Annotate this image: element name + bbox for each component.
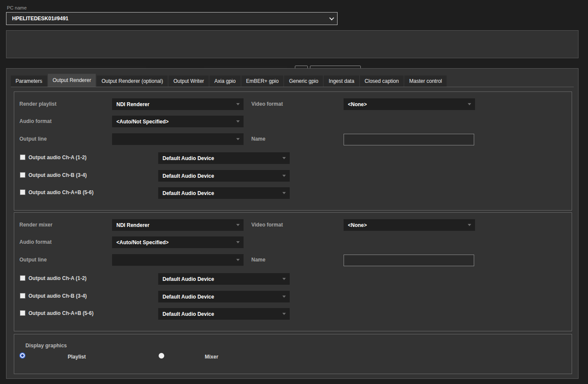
mixer-radio[interactable] — [159, 353, 164, 359]
output-audio-chab-label: Output audio Ch-A+B (5-6) — [28, 187, 94, 198]
output-audio-chb-checkbox[interactable] — [20, 172, 25, 178]
pc-name-value: HPELITEDESK01#9491 — [12, 16, 69, 22]
chevron-down-icon — [282, 278, 286, 280]
render-mixer-panel: Render mixer NDI Renderer Video format <… — [14, 212, 572, 331]
pc-name-label: PC name — [7, 5, 27, 10]
name-label: Name — [251, 133, 266, 145]
output-audio-chab-checkbox[interactable] — [20, 310, 25, 316]
tab-master-control[interactable]: Master control — [404, 76, 447, 87]
tab-output-renderer[interactable]: Output Renderer — [48, 74, 96, 87]
chevron-down-icon — [282, 157, 286, 159]
chevron-down-icon — [236, 259, 240, 261]
chevron-down-icon — [468, 224, 471, 226]
output-audio-cha-device-select[interactable]: Default Audio Device — [158, 152, 290, 164]
tab-parameters[interactable]: Parameters — [11, 76, 47, 87]
tab-output-writer[interactable]: Output Writer — [169, 76, 209, 87]
video-format-select[interactable]: <None> — [344, 219, 475, 231]
pc-name-select[interactable]: HPELITEDESK01#9491 — [6, 12, 338, 25]
name-input[interactable] — [344, 255, 474, 266]
output-audio-chab-device-select[interactable]: Default Audio Device — [158, 187, 290, 199]
output-line-select[interactable] — [112, 133, 244, 145]
output-audio-cha-label: Output audio Ch-A (1-2) — [28, 152, 87, 164]
chevron-down-icon — [236, 120, 240, 123]
chevron-down-icon — [236, 241, 240, 243]
output-audio-chb-label: Output audio Ch-B (3-4) — [28, 290, 87, 302]
render-mixer-select[interactable]: NDI Renderer — [112, 219, 244, 231]
chevron-down-icon — [282, 192, 286, 194]
name-label: Name — [251, 254, 266, 266]
render-playlist-select[interactable]: NDI Renderer — [112, 98, 244, 110]
display-graphics-label: Display graphics — [25, 343, 67, 349]
chevron-down-icon — [236, 103, 240, 105]
tab-strip: Parameters Output Renderer Output Render… — [11, 74, 574, 87]
video-format-label: Video format — [251, 219, 283, 231]
output-line-label: Output line — [19, 254, 47, 266]
output-audio-cha-device-select[interactable]: Default Audio Device — [158, 273, 290, 285]
output-audio-chab-device-select[interactable]: Default Audio Device — [158, 308, 290, 320]
audio-format-label: Audio format — [19, 236, 52, 248]
display-graphics-panel: Display graphics Playlist Mixer — [14, 334, 572, 374]
audio-format-select[interactable]: <Auto/Not Specified> — [112, 236, 244, 248]
chevron-down-icon — [282, 313, 286, 315]
name-input[interactable] — [344, 134, 474, 145]
output-audio-cha-label: Output audio Ch-A (1-2) — [28, 273, 87, 284]
output-line-select[interactable] — [112, 254, 244, 266]
tab-closed-caption[interactable]: Closed caption — [360, 76, 403, 87]
tab-output-renderer-optional[interactable]: Output Renderer (optional) — [97, 76, 168, 87]
audio-format-label: Audio format — [19, 116, 52, 127]
output-line-label: Output line — [19, 133, 47, 145]
audio-format-select[interactable]: <Auto/Not Specified> — [112, 116, 244, 127]
output-audio-chab-label: Output audio Ch-A+B (5-6) — [28, 308, 94, 319]
video-format-label: Video format — [251, 98, 283, 110]
output-audio-chb-checkbox[interactable] — [20, 293, 25, 299]
tab-axia-gpio[interactable]: Axia gpio — [210, 76, 240, 87]
chevron-down-icon — [282, 296, 286, 298]
settings-container: Parameters Output Renderer Output Render… — [6, 68, 579, 379]
output-audio-cha-checkbox[interactable] — [20, 275, 25, 281]
station-bar: Station RADIO Type Main Apply and restar… — [6, 30, 579, 58]
render-mixer-label: Render mixer — [19, 219, 53, 231]
output-audio-chb-device-select[interactable]: Default Audio Device — [158, 170, 290, 182]
output-audio-chb-device-select[interactable]: Default Audio Device — [158, 291, 290, 302]
chevron-down-icon — [468, 103, 471, 105]
tab-ember-gpio[interactable]: EmBER+ gpio — [241, 76, 284, 87]
mixer-radio-label: Mixer — [205, 351, 218, 363]
playlist-radio-label: Playlist — [68, 351, 86, 363]
tab-ingest-data[interactable]: Ingest data — [324, 76, 359, 87]
chevron-down-icon — [329, 16, 334, 20]
output-audio-chb-label: Output audio Ch-B (3-4) — [28, 170, 87, 181]
render-playlist-panel: Render playlist NDI Renderer Video forma… — [14, 91, 572, 211]
chevron-down-icon — [236, 224, 240, 226]
video-format-select[interactable]: <None> — [344, 98, 475, 110]
playlist-radio[interactable] — [19, 353, 25, 359]
output-audio-chab-checkbox[interactable] — [20, 189, 25, 195]
chevron-down-icon — [282, 175, 286, 177]
chevron-down-icon — [236, 138, 240, 140]
tab-generic-gpio[interactable]: Generic gpio — [284, 76, 323, 87]
render-playlist-label: Render playlist — [19, 98, 56, 110]
output-audio-cha-checkbox[interactable] — [20, 154, 25, 160]
